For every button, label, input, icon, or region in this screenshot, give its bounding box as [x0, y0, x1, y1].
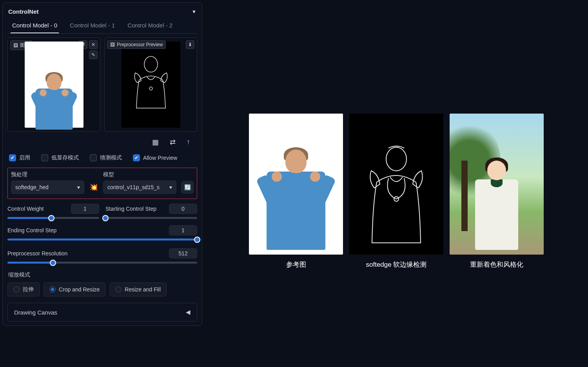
control-weight-value[interactable]: 1: [71, 204, 99, 214]
camera-icon[interactable]: ▦: [152, 138, 159, 146]
ending-step-label: Ending Control Step: [7, 227, 56, 233]
options-row: ✔ 启用 低显存模式 猜测模式 ✔ Allow Preview: [7, 151, 197, 168]
stylized-image: [450, 114, 544, 255]
svg-point-2: [386, 147, 407, 171]
preview-image: [122, 42, 180, 128]
triangle-left-icon: ◀: [186, 309, 191, 316]
radio-icon: [13, 286, 20, 293]
drawing-canvas-label: Drawing Canvas: [14, 309, 57, 316]
checkbox-icon: [90, 154, 97, 161]
starting-step-slider[interactable]: Starting Control Step 0: [105, 204, 197, 219]
preview-tag: 🖼 Preprocessor Preview: [107, 40, 166, 49]
allow-preview-checkbox[interactable]: ✔ Allow Preview: [133, 154, 177, 161]
checkbox-checked-icon: ✔: [133, 154, 140, 161]
svg-point-0: [144, 56, 158, 72]
scale-stretch-label: 拉伸: [23, 286, 34, 293]
scale-mode-radios: 拉伸 Crop and Resize Resize and Fill: [7, 282, 197, 296]
enable-checkbox[interactable]: ✔ 启用: [9, 154, 30, 161]
image-input-box[interactable]: 🖼 图像 ↺ ✕ ✎: [7, 38, 100, 132]
svg-point-1: [149, 87, 152, 90]
checkbox-icon: [41, 154, 48, 161]
preview-tag-label: Preprocessor Preview: [117, 42, 163, 47]
gallery-reference: 参考图: [249, 114, 343, 269]
model-select[interactable]: control_v11p_sd15_s ▾: [103, 181, 176, 194]
panel-header[interactable]: ControlNet ▼: [7, 7, 197, 19]
control-weight-label: Control Weight: [7, 206, 44, 212]
guess-checkbox[interactable]: 猜测模式: [90, 154, 122, 161]
scale-mode-label: 缩放模式: [8, 271, 197, 278]
collapse-icon[interactable]: ▼: [192, 9, 196, 14]
output-gallery-area: 参考图 softedge: [205, 0, 588, 367]
radio-icon: [115, 286, 122, 293]
image-icon: 🖼: [13, 43, 18, 48]
input-image: [25, 42, 83, 128]
preprocessor-value: softedge_hed: [15, 184, 49, 190]
refresh-models-button[interactable]: 🔄: [181, 181, 194, 193]
image-toolbar: ▦ ⇄ ↑: [7, 132, 197, 151]
resolution-slider[interactable]: Preprocessor Resolution 512: [7, 248, 197, 264]
scale-crop-label: Crop and Resize: [59, 286, 100, 293]
tabs: Control Model - 0 Control Model - 1 Cont…: [7, 19, 197, 34]
radio-checked-icon: [49, 286, 56, 293]
reference-caption: 参考图: [286, 260, 306, 269]
resolution-label: Preprocessor Resolution: [7, 250, 67, 257]
ending-step-slider[interactable]: Ending Control Step 1: [7, 225, 197, 240]
lowvram-label: 低显存模式: [51, 154, 79, 161]
gallery-softedge: softedge 软边缘检测: [349, 114, 443, 269]
model-value: control_v11p_sd15_s: [107, 184, 160, 190]
starting-step-value[interactable]: 0: [169, 204, 197, 214]
resolution-value[interactable]: 512: [169, 248, 197, 259]
swap-icon[interactable]: ⇄: [170, 138, 176, 146]
model-label: 模型: [103, 171, 176, 178]
edit-icon[interactable]: ✎: [89, 51, 98, 59]
close-icon[interactable]: ✕: [89, 40, 98, 49]
download-icon[interactable]: ⬇: [186, 40, 194, 49]
enable-label: 启用: [19, 154, 30, 161]
preprocessor-preview-box[interactable]: 🖼 Preprocessor Preview ⬇: [104, 38, 197, 132]
scale-stretch-option[interactable]: 拉伸: [7, 282, 40, 296]
tab-model-2[interactable]: Control Model - 2: [126, 19, 174, 33]
tab-model-1[interactable]: Control Model - 1: [68, 19, 116, 33]
scale-crop-option[interactable]: Crop and Resize: [44, 282, 105, 296]
control-weight-slider[interactable]: Control Weight 1: [7, 204, 99, 219]
explosion-icon[interactable]: 💥: [89, 183, 98, 194]
allow-preview-label: Allow Preview: [143, 155, 177, 161]
tab-model-0[interactable]: Control Model - 0: [11, 19, 59, 33]
scale-fill-label: Resize and Fill: [125, 286, 161, 293]
preprocessor-label: 预处理: [11, 171, 84, 178]
ending-step-value[interactable]: 1: [169, 225, 197, 235]
scale-fill-option[interactable]: Resize and Fill: [109, 282, 167, 296]
controlnet-panel: ControlNet ▼ Control Model - 0 Control M…: [2, 2, 202, 326]
starting-step-label: Starting Control Step: [105, 206, 156, 212]
refresh-icon: 🔄: [184, 184, 191, 190]
preprocessor-model-group: 预处理 softedge_hed ▾ 💥 模型 control_v11p_sd1…: [7, 168, 197, 199]
lowvram-checkbox[interactable]: 低显存模式: [41, 154, 79, 161]
stylized-caption: 重新着色和风格化: [470, 260, 523, 269]
preview-row: 🖼 图像 ↺ ✕ ✎: [7, 38, 197, 132]
preview-icon: 🖼: [110, 42, 115, 47]
reference-image: [249, 114, 343, 255]
gallery-stylized: 重新着色和风格化: [450, 114, 544, 269]
guess-label: 猜测模式: [100, 154, 122, 161]
checkbox-checked-icon: ✔: [9, 154, 16, 161]
softedge-caption: softedge 软边缘检测: [366, 260, 427, 269]
softedge-image: [349, 114, 443, 255]
drawing-canvas-toggle[interactable]: Drawing Canvas ◀: [7, 303, 197, 322]
chevron-down-icon: ▾: [77, 184, 80, 190]
preprocessor-select[interactable]: softedge_hed ▾: [11, 181, 84, 194]
panel-title: ControlNet: [8, 8, 39, 15]
chevron-down-icon: ▾: [169, 184, 172, 190]
upload-icon[interactable]: ↑: [187, 138, 190, 146]
